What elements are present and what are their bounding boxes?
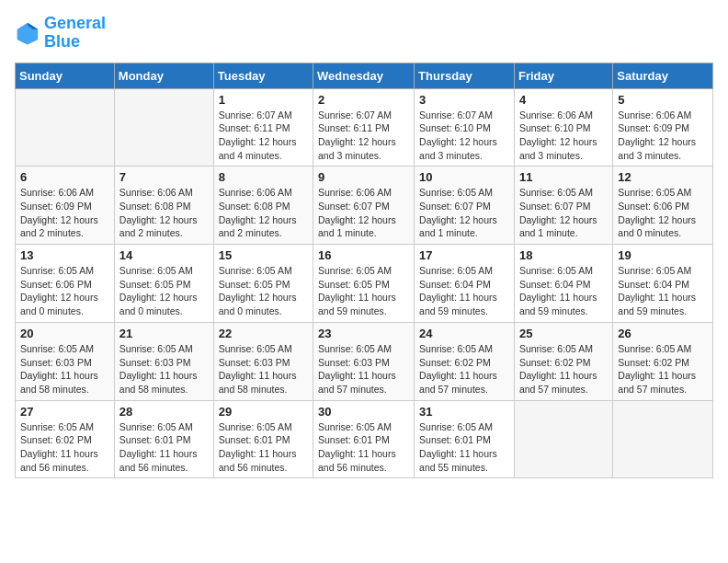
day-info: Sunrise: 6:06 AM Sunset: 6:10 PM Dayligh… <box>519 109 608 163</box>
day-info: Sunrise: 6:05 AM Sunset: 6:04 PM Dayligh… <box>618 264 708 318</box>
day-number: 28 <box>119 405 209 419</box>
calendar-cell: 10Sunrise: 6:05 AM Sunset: 6:07 PM Dayli… <box>415 167 515 245</box>
day-info: Sunrise: 6:06 AM Sunset: 6:07 PM Dayligh… <box>318 186 409 240</box>
day-number: 15 <box>219 248 308 262</box>
day-number: 8 <box>219 170 308 184</box>
week-row-5: 27Sunrise: 6:05 AM Sunset: 6:02 PM Dayli… <box>16 400 713 478</box>
day-number: 6 <box>20 170 109 184</box>
col-header-friday: Friday <box>514 63 612 88</box>
logo-icon <box>15 20 40 46</box>
calendar-cell: 3Sunrise: 6:07 AM Sunset: 6:10 PM Daylig… <box>415 88 515 167</box>
day-info: Sunrise: 6:05 AM Sunset: 6:06 PM Dayligh… <box>20 264 109 318</box>
day-number: 27 <box>20 405 109 419</box>
page-header: General Blue <box>15 15 713 52</box>
day-number: 10 <box>419 170 509 184</box>
day-info: Sunrise: 6:05 AM Sunset: 6:06 PM Dayligh… <box>618 186 708 240</box>
day-number: 11 <box>519 170 608 184</box>
day-info: Sunrise: 6:07 AM Sunset: 6:11 PM Dayligh… <box>318 109 409 163</box>
calendar-cell: 26Sunrise: 6:05 AM Sunset: 6:02 PM Dayli… <box>613 322 713 400</box>
calendar-cell: 28Sunrise: 6:05 AM Sunset: 6:01 PM Dayli… <box>114 400 213 478</box>
day-info: Sunrise: 6:05 AM Sunset: 6:02 PM Dayligh… <box>419 342 509 396</box>
day-number: 14 <box>119 248 209 262</box>
col-header-monday: Monday <box>114 63 213 88</box>
calendar-cell: 6Sunrise: 6:06 AM Sunset: 6:09 PM Daylig… <box>16 167 115 245</box>
calendar-cell: 7Sunrise: 6:06 AM Sunset: 6:08 PM Daylig… <box>114 167 213 245</box>
day-info: Sunrise: 6:05 AM Sunset: 6:02 PM Dayligh… <box>20 420 109 475</box>
day-info: Sunrise: 6:05 AM Sunset: 6:02 PM Dayligh… <box>519 342 608 396</box>
calendar-header: SundayMondayTuesdayWednesdayThursdayFrid… <box>16 63 713 88</box>
calendar-cell: 31Sunrise: 6:05 AM Sunset: 6:01 PM Dayli… <box>415 400 515 478</box>
day-info: Sunrise: 6:05 AM Sunset: 6:01 PM Dayligh… <box>318 420 409 475</box>
calendar-cell: 4Sunrise: 6:06 AM Sunset: 6:10 PM Daylig… <box>514 88 612 167</box>
day-info: Sunrise: 6:05 AM Sunset: 6:07 PM Dayligh… <box>519 186 608 240</box>
col-header-sunday: Sunday <box>16 63 115 88</box>
day-info: Sunrise: 6:05 AM Sunset: 6:04 PM Dayligh… <box>419 264 509 318</box>
day-number: 2 <box>318 93 409 107</box>
calendar-cell: 1Sunrise: 6:07 AM Sunset: 6:11 PM Daylig… <box>213 88 313 167</box>
day-number: 30 <box>318 405 409 419</box>
day-number: 26 <box>618 327 708 340</box>
calendar-cell: 24Sunrise: 6:05 AM Sunset: 6:02 PM Dayli… <box>415 322 515 400</box>
day-number: 12 <box>618 170 708 184</box>
day-number: 18 <box>519 248 608 262</box>
calendar-cell: 19Sunrise: 6:05 AM Sunset: 6:04 PM Dayli… <box>613 245 713 323</box>
day-number: 7 <box>119 170 209 184</box>
calendar-cell <box>613 400 713 478</box>
calendar-cell: 18Sunrise: 6:05 AM Sunset: 6:04 PM Dayli… <box>514 245 612 323</box>
day-info: Sunrise: 6:05 AM Sunset: 6:02 PM Dayligh… <box>618 342 708 396</box>
calendar-cell: 30Sunrise: 6:05 AM Sunset: 6:01 PM Dayli… <box>313 400 415 478</box>
day-number: 3 <box>419 93 509 107</box>
day-info: Sunrise: 6:06 AM Sunset: 6:09 PM Dayligh… <box>618 109 708 163</box>
day-number: 9 <box>318 170 409 184</box>
logo: General Blue <box>15 15 106 52</box>
calendar-cell: 20Sunrise: 6:05 AM Sunset: 6:03 PM Dayli… <box>16 322 115 400</box>
col-header-wednesday: Wednesday <box>313 63 415 88</box>
day-number: 19 <box>618 248 708 262</box>
calendar-cell: 17Sunrise: 6:05 AM Sunset: 6:04 PM Dayli… <box>415 245 515 323</box>
day-number: 1 <box>219 93 308 107</box>
week-row-4: 20Sunrise: 6:05 AM Sunset: 6:03 PM Dayli… <box>16 322 713 400</box>
day-info: Sunrise: 6:05 AM Sunset: 6:03 PM Dayligh… <box>119 342 209 396</box>
day-info: Sunrise: 6:05 AM Sunset: 6:05 PM Dayligh… <box>119 264 209 318</box>
day-info: Sunrise: 6:05 AM Sunset: 6:01 PM Dayligh… <box>219 420 308 475</box>
calendar-cell: 8Sunrise: 6:06 AM Sunset: 6:08 PM Daylig… <box>213 167 313 245</box>
day-info: Sunrise: 6:05 AM Sunset: 6:01 PM Dayligh… <box>419 420 509 475</box>
day-number: 29 <box>219 405 308 419</box>
calendar-cell: 12Sunrise: 6:05 AM Sunset: 6:06 PM Dayli… <box>613 167 713 245</box>
day-info: Sunrise: 6:05 AM Sunset: 6:03 PM Dayligh… <box>219 342 308 396</box>
col-header-thursday: Thursday <box>415 63 515 88</box>
day-info: Sunrise: 6:06 AM Sunset: 6:08 PM Dayligh… <box>119 186 209 240</box>
day-info: Sunrise: 6:05 AM Sunset: 6:07 PM Dayligh… <box>419 186 509 240</box>
day-number: 23 <box>318 327 409 340</box>
calendar-cell: 13Sunrise: 6:05 AM Sunset: 6:06 PM Dayli… <box>16 245 115 323</box>
calendar-cell: 11Sunrise: 6:05 AM Sunset: 6:07 PM Dayli… <box>514 167 612 245</box>
calendar-cell: 9Sunrise: 6:06 AM Sunset: 6:07 PM Daylig… <box>313 167 415 245</box>
calendar-cell <box>16 88 115 167</box>
day-number: 21 <box>119 327 209 340</box>
day-number: 22 <box>219 327 308 340</box>
week-row-3: 13Sunrise: 6:05 AM Sunset: 6:06 PM Dayli… <box>16 245 713 323</box>
day-number: 13 <box>20 248 109 262</box>
calendar-cell: 16Sunrise: 6:05 AM Sunset: 6:05 PM Dayli… <box>313 245 415 323</box>
calendar-cell: 21Sunrise: 6:05 AM Sunset: 6:03 PM Dayli… <box>114 322 213 400</box>
day-number: 31 <box>419 405 509 419</box>
calendar-cell: 29Sunrise: 6:05 AM Sunset: 6:01 PM Dayli… <box>213 400 313 478</box>
col-header-saturday: Saturday <box>613 63 713 88</box>
day-info: Sunrise: 6:05 AM Sunset: 6:04 PM Dayligh… <box>519 264 608 318</box>
logo-text: General Blue <box>44 15 106 52</box>
calendar-cell: 22Sunrise: 6:05 AM Sunset: 6:03 PM Dayli… <box>213 322 313 400</box>
day-info: Sunrise: 6:05 AM Sunset: 6:03 PM Dayligh… <box>20 342 109 396</box>
calendar-cell: 27Sunrise: 6:05 AM Sunset: 6:02 PM Dayli… <box>16 400 115 478</box>
day-number: 5 <box>618 93 708 107</box>
day-info: Sunrise: 6:05 AM Sunset: 6:03 PM Dayligh… <box>318 342 409 396</box>
day-number: 25 <box>519 327 608 340</box>
calendar-cell: 5Sunrise: 6:06 AM Sunset: 6:09 PM Daylig… <box>613 88 713 167</box>
day-info: Sunrise: 6:06 AM Sunset: 6:08 PM Dayligh… <box>219 186 308 240</box>
calendar-cell <box>114 88 213 167</box>
calendar-cell: 14Sunrise: 6:05 AM Sunset: 6:05 PM Dayli… <box>114 245 213 323</box>
day-number: 20 <box>20 327 109 340</box>
day-number: 4 <box>519 93 608 107</box>
day-number: 16 <box>318 248 409 262</box>
col-header-tuesday: Tuesday <box>213 63 313 88</box>
calendar-cell <box>514 400 612 478</box>
